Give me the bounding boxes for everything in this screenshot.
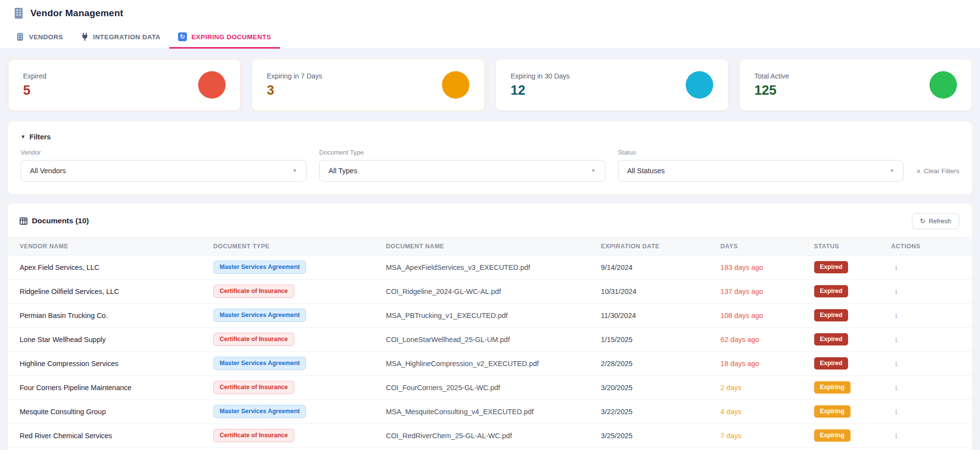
- days-cell: 62 days ago: [721, 327, 814, 351]
- table-row: Red River Chemical Services Certificate …: [8, 424, 972, 448]
- days-cell: 2 days: [721, 375, 814, 399]
- download-icon[interactable]: ↓: [891, 262, 902, 273]
- status-badge: Expired: [814, 357, 849, 370]
- days-cell: 7 days: [721, 424, 814, 448]
- select-value: All Types: [329, 167, 358, 175]
- expiration-date-cell: 10/31/2024: [601, 279, 721, 303]
- tab-vendors[interactable]: VENDORS: [7, 26, 72, 49]
- document-type-badge: Master Services Agreement: [213, 261, 307, 274]
- card-value: 12: [511, 83, 570, 98]
- expiration-date-cell: 3/20/2025: [601, 375, 721, 399]
- tab-label: INTEGRATION DATA: [93, 33, 161, 41]
- download-icon[interactable]: ↓: [891, 382, 902, 394]
- table-row: Apex Field Services, LLC Master Services…: [8, 255, 972, 279]
- column-header-document-type: DOCUMENT TYPE: [213, 237, 386, 255]
- status-badge: Expired: [814, 285, 849, 297]
- card-total-active: Total Active 125: [739, 59, 972, 111]
- days-cell: 30 days: [721, 448, 814, 450]
- document-type-badge: Master Services Agreement: [213, 357, 307, 370]
- document-name-cell: MSA_PBTrucking_v1_EXECUTED.pdf: [386, 303, 601, 327]
- tab-expiring-documents[interactable]: ↻ EXPIRING DOCUMENTS: [169, 26, 280, 49]
- download-icon[interactable]: ↓: [891, 406, 902, 418]
- vendor-name-cell: Apex Field Services, LLC: [8, 255, 213, 279]
- card-label: Total Active: [754, 72, 789, 80]
- table-row: Permian Basin Trucking Co. Master Servic…: [8, 303, 972, 327]
- column-header-expiration-date: EXPIRATION DATE: [601, 237, 721, 255]
- card-expiring-30-days: Expiring in 30 Days 12: [495, 59, 728, 111]
- vendor-name-cell: Permian Basin Trucking Co.: [8, 303, 213, 327]
- filter-label: Document Type: [319, 149, 605, 156]
- table-row: Lone Star Wellhead Supply Certificate of…: [8, 327, 972, 351]
- vendor-name-cell: Ridgeline Oilfield Services, LLC: [8, 279, 213, 303]
- status-circle-icon: [686, 71, 713, 99]
- card-label: Expired: [23, 72, 46, 80]
- expiration-date-cell: 3/25/2025: [601, 424, 721, 448]
- vendor-name-cell: Lone Star Wellhead Supply: [8, 327, 213, 351]
- vendor-name-cell: Four Corners Pipeline Maintenance: [8, 375, 213, 399]
- filters-title: Filters: [29, 133, 51, 141]
- status-badge: Expiring: [814, 381, 851, 394]
- card-value: 3: [267, 83, 322, 98]
- building-icon: [16, 32, 25, 41]
- filter-label: Status: [618, 149, 904, 156]
- status-badge: Expired: [814, 333, 849, 345]
- refresh-icon: ↻: [920, 217, 926, 225]
- status-select[interactable]: All Statuses ▼: [618, 160, 904, 182]
- filters-panel: ▼ Filters Vendor All Vendors ▼ Document …: [8, 122, 972, 194]
- document-name-cell: COI_BrazosFluid_2025-GL-UM-WC.pdf: [386, 448, 601, 450]
- filters-toggle[interactable]: ▼ Filters: [21, 133, 51, 141]
- vendor-name-cell: Mesquite Consulting Group: [8, 399, 213, 424]
- document-name-cell: MSA_ApexFieldServices_v3_EXECUTED.pdf: [386, 255, 601, 279]
- document-type-badge: Certificate of Insurance: [213, 429, 294, 442]
- card-expired: Expired 5: [8, 59, 241, 111]
- document-type-badge: Certificate of Insurance: [213, 381, 294, 394]
- document-type-badge: Master Services Agreement: [213, 309, 307, 322]
- days-cell: 4 days: [721, 399, 814, 424]
- card-expiring-7-days: Expiring in 7 Days 3: [252, 59, 485, 111]
- page-title: Vendor Management: [30, 8, 123, 19]
- table-grid-icon: [20, 217, 27, 225]
- download-icon[interactable]: ↓: [891, 358, 902, 370]
- download-icon[interactable]: ↓: [891, 430, 902, 442]
- filter-field-document-type: Document Type All Types ▼: [319, 149, 605, 182]
- status-circle-icon: [442, 71, 469, 99]
- status-badge: Expired: [814, 261, 849, 273]
- filter-field-status: Status All Statuses ▼: [618, 149, 904, 182]
- vendor-select[interactable]: All Vendors ▼: [21, 160, 307, 182]
- tab-label: VENDORS: [29, 33, 63, 41]
- expiration-date-cell: 3/22/2025: [601, 399, 721, 424]
- table-row: Brazos Fluid Hauling, LLC Certificate of…: [8, 448, 972, 450]
- refresh-button[interactable]: ↻ Refresh: [912, 213, 959, 229]
- card-value: 5: [23, 83, 46, 98]
- document-name-cell: COI_LoneStarWellhead_25-GL-UM.pdf: [386, 327, 601, 351]
- filter-field-vendor: Vendor All Vendors ▼: [21, 149, 307, 182]
- document-name-cell: COI_RedRiverChem_25-GL-AL-WC.pdf: [386, 424, 601, 448]
- tab-integration-data[interactable]: INTEGRATION DATA: [72, 26, 170, 49]
- document-type-badge: Master Services Agreement: [213, 405, 307, 418]
- download-icon[interactable]: ↓: [891, 310, 902, 321]
- days-cell: 137 days ago: [721, 279, 814, 303]
- close-icon: ×: [916, 167, 921, 175]
- expiration-date-cell: 1/15/2025: [601, 327, 721, 351]
- chevron-down-icon: ▼: [292, 168, 297, 173]
- column-header-actions: ACTIONS: [891, 237, 972, 255]
- document-name-cell: MSA_HighlineCompression_v2_EXECUTED.pdf: [386, 351, 601, 375]
- document-type-select[interactable]: All Types ▼: [319, 160, 605, 182]
- documents-title-text: Documents (10): [32, 216, 89, 225]
- download-icon[interactable]: ↓: [891, 334, 902, 345]
- status-circle-icon: [198, 71, 226, 99]
- documents-table: VENDOR NAME DOCUMENT TYPE DOCUMENT NAME …: [8, 237, 972, 450]
- clear-filters-label: Clear Filters: [924, 167, 959, 175]
- clear-filters-button[interactable]: × Clear Filters: [916, 167, 959, 182]
- download-icon[interactable]: ↓: [891, 286, 902, 297]
- documents-panel: Documents (10) ↻ Refresh VENDOR NAME DOC…: [8, 203, 972, 450]
- expiration-date-cell: 11/30/2024: [601, 303, 721, 327]
- document-name-cell: COI_FourCorners_2025-GL-WC.pdf: [386, 375, 601, 399]
- document-name-cell: COI_Ridgeline_2024-GL-WC-AL.pdf: [386, 279, 601, 303]
- refresh-label: Refresh: [928, 217, 951, 225]
- document-type-badge: Certificate of Insurance: [213, 285, 294, 298]
- caret-down-icon: ▼: [21, 134, 26, 139]
- column-header-days: DAYS: [721, 237, 814, 255]
- table-row: Four Corners Pipeline Maintenance Certif…: [8, 375, 972, 399]
- filter-label: Vendor: [21, 149, 307, 156]
